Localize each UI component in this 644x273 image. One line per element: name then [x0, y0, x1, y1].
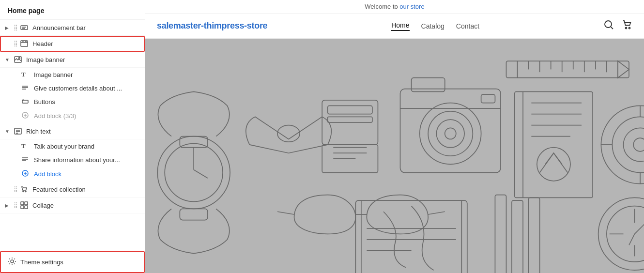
nav-links: Home Catalog Contact: [391, 21, 479, 31]
search-icon[interactable]: [603, 19, 614, 32]
plus-disabled-icon: [21, 111, 30, 121]
child-give-customers[interactable]: Give customers details about ...: [0, 81, 145, 95]
image-banner-label: Image banner: [26, 56, 139, 63]
sidebar-item-collage[interactable]: ▶ ⣿ Collage: [0, 197, 145, 213]
svg-rect-31: [21, 206, 24, 209]
store-logo-highlight: salemaster: [157, 21, 201, 30]
nav-link-contact[interactable]: Contact: [456, 22, 479, 30]
rich-text-label: Rich text: [26, 128, 139, 135]
nav-icons: [603, 19, 632, 32]
share-info-label: Share information about your...: [34, 156, 120, 164]
sidebar-item-image-banner[interactable]: ▼ Image banner: [0, 52, 145, 68]
header-label: Header: [32, 40, 139, 47]
store-logo-rest: -thimpress-store: [201, 21, 267, 30]
sidebar-item-header[interactable]: ▶ ⣿ Header: [0, 36, 145, 52]
store-header: Welcome to our store salemaster-thimpres…: [145, 0, 644, 39]
nav-link-catalog[interactable]: Catalog: [421, 22, 445, 30]
preview-area: Welcome to our store salemaster-thimpres…: [145, 0, 644, 273]
svg-point-34: [605, 21, 612, 28]
child-talk-brand[interactable]: T Talk about your brand: [0, 139, 145, 153]
add-block-rich-text[interactable]: Add block: [0, 167, 145, 182]
drag-handle-header: ⣿: [14, 40, 18, 47]
toggle-icon-collage: ▶: [5, 203, 12, 208]
store-nav: salemaster-thimpress-store Home Catalog …: [145, 14, 644, 38]
child-image-banner[interactable]: T Image banner: [0, 68, 145, 81]
lines-icon: [21, 84, 30, 92]
buttons-icon: [21, 98, 30, 106]
announcement-bar-preview: Welcome to our store: [145, 0, 644, 14]
announcement-bar-label: Announcement bar: [32, 24, 139, 31]
child-buttons[interactable]: Buttons: [0, 95, 145, 108]
theme-settings-button[interactable]: Theme settings: [0, 251, 145, 273]
sidebar-scroll: ▶ ⣿ Announcement bar ▶ ⣿: [0, 20, 145, 273]
announcement-text: Welcome to: [365, 3, 399, 10]
svg-point-8: [19, 58, 20, 59]
drag-handle-collage: ⣿: [14, 202, 18, 209]
sidebar-item-rich-text[interactable]: ▼ Rich text: [0, 123, 145, 139]
add-block-blue-label: Add block: [34, 170, 61, 178]
hero-banner: [145, 39, 644, 273]
svg-point-28: [25, 191, 26, 192]
svg-rect-32: [25, 206, 28, 209]
sidebar-item-featured-collection[interactable]: ▶ ⣿ Featured collection: [0, 182, 145, 197]
theme-settings-bar: Theme settings: [0, 251, 145, 273]
give-customers-label: Give customers details about ...: [34, 85, 122, 92]
add-block-disabled-label: Add block (3/3): [34, 112, 76, 120]
cart-icon[interactable]: [622, 19, 632, 32]
svg-point-37: [629, 28, 630, 29]
svg-rect-30: [25, 202, 28, 205]
toggle-icon-image-banner: ▼: [5, 57, 12, 62]
svg-point-36: [626, 28, 627, 29]
add-block-image-banner: Add block (3/3): [0, 108, 145, 123]
drag-handle: ⣿: [14, 24, 18, 31]
toggle-icon-rich-text: ▼: [5, 129, 12, 134]
svg-rect-29: [21, 202, 24, 205]
featured-collection-icon: [20, 185, 29, 193]
theme-settings-label: Theme settings: [20, 258, 63, 266]
svg-point-33: [11, 260, 14, 263]
header-icon: [20, 40, 29, 47]
theme-settings-icon: [8, 257, 16, 267]
buttons-label: Buttons: [34, 98, 55, 106]
sidebar-item-announcement-bar[interactable]: ▶ ⣿ Announcement bar: [0, 20, 145, 36]
svg-rect-0: [21, 26, 28, 30]
announcement-bar-icon: [20, 24, 29, 31]
toggle-icon: ▶: [5, 25, 12, 30]
page-title: Home page: [0, 0, 145, 20]
plus-blue-icon: [21, 169, 30, 179]
announcement-link[interactable]: our store: [399, 3, 424, 10]
store-logo: salemaster-thimpress-store: [157, 21, 267, 31]
rich-text-icon: [14, 127, 22, 135]
nav-link-home[interactable]: Home: [391, 21, 409, 31]
drag-handle-featured: ⣿: [14, 186, 18, 193]
svg-line-35: [611, 27, 613, 30]
child-share-info[interactable]: Share information about your...: [0, 153, 145, 167]
featured-collection-label: Featured collection: [32, 186, 139, 193]
text-t-icon: T: [21, 71, 30, 78]
image-banner-icon: [14, 56, 22, 63]
collage-label: Collage: [32, 202, 139, 209]
svg-rect-5: [22, 42, 24, 43]
child-image-banner-label: Image banner: [34, 71, 73, 78]
svg-point-27: [23, 191, 24, 192]
lines-icon-2: [21, 156, 30, 164]
svg-rect-38: [145, 39, 644, 273]
collage-icon: [20, 201, 29, 209]
svg-rect-12: [22, 100, 28, 103]
sidebar: Home page ▶ ⣿ Announcement bar ▶ ⣿: [0, 0, 145, 273]
text-t-icon-2: T: [21, 142, 30, 150]
talk-brand-label: Talk about your brand: [34, 143, 94, 150]
